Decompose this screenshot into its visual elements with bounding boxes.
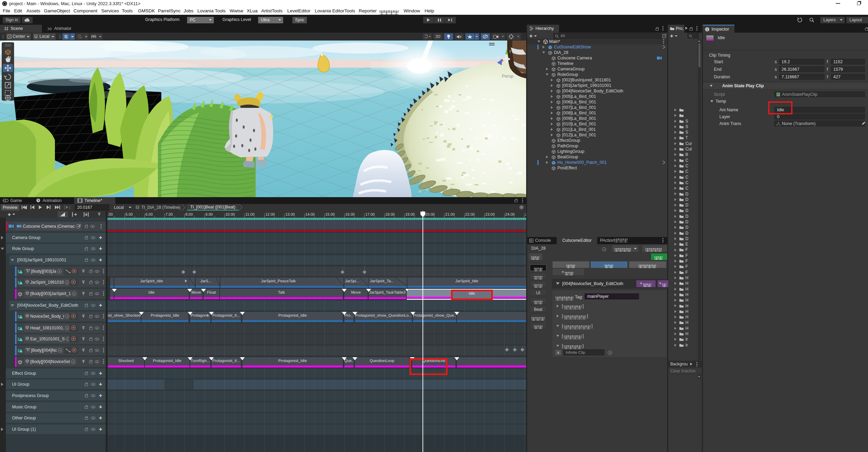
svg-text:Y: Y [66,37,68,39]
svg-text:y: y [509,49,511,53]
svg-text:x: x [498,55,500,59]
svg-text:Persp: Persp [502,74,513,79]
